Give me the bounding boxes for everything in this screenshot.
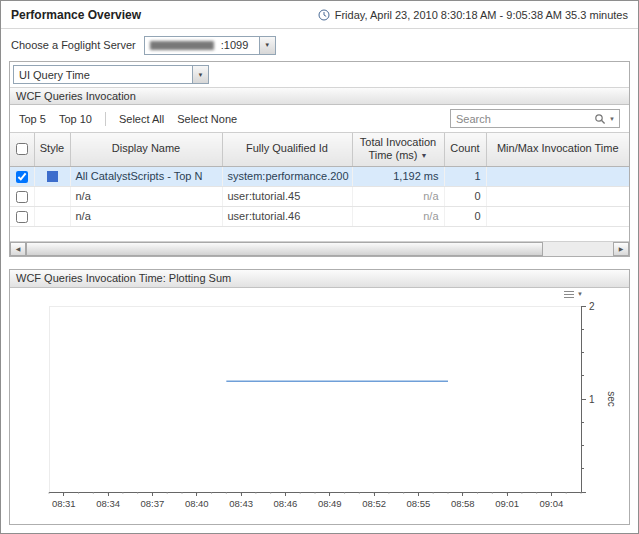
svg-text:08:40: 08:40 [185,498,209,509]
column-header-minmax[interactable]: Min/Max Invocation Time [486,133,629,166]
table-header-row: Style Display Name Fully Qualified Id To… [10,133,629,166]
cell-total-invocation-time: n/a [352,186,444,206]
svg-text:08:31: 08:31 [52,498,76,509]
header-checkbox-cell[interactable] [10,133,34,166]
cell-display-name: All CatalystScripts - Top N [70,166,222,186]
table-row[interactable]: n/a user:tutorial.45 n/a 0 [10,186,629,206]
sort-desc-icon: ▼ [421,152,428,159]
column-header-fqid[interactable]: Fully Qualified Id [222,133,352,166]
queries-toolbar: Top 5 Top 10 Select All Select None ▼ [10,105,629,133]
cell-minmax [486,186,629,206]
scrollbar-thumb[interactable] [26,242,543,256]
queries-panel-title: WCF Queries Invocation [16,90,136,102]
server-picker-combo[interactable]: :1099 ▼ [144,36,276,55]
top10-button[interactable]: Top 10 [59,113,92,125]
server-picker-label: Choose a Foglight Server [11,39,136,51]
cell-total-invocation-time: 1,192 ms [352,166,444,186]
metric-select-dropdown-button[interactable]: ▼ [192,66,208,83]
queries-table: Style Display Name Fully Qualified Id To… [10,133,629,227]
scrollbar-track[interactable] [26,242,613,256]
select-all-button[interactable]: Select All [119,113,164,125]
svg-text:08:37: 08:37 [141,498,165,509]
style-swatch [47,171,58,182]
cell-fqid: user:tutorial.45 [222,186,352,206]
column-header-total-invocation-time[interactable]: Total Invocation Time (ms) ▼ [352,133,444,166]
search-options-dropdown-icon[interactable]: ▼ [609,116,615,122]
top5-button[interactable]: Top 5 [19,113,46,125]
cell-minmax [486,166,629,186]
chart-options-button[interactable]: ▼ [564,291,583,298]
scroll-right-button[interactable]: ▶ [613,242,629,256]
search-input[interactable] [451,113,590,125]
svg-text:08:46: 08:46 [274,498,298,509]
table-row[interactable]: All CatalystScripts - Top N system:perfo… [10,166,629,186]
queries-panel-header: WCF Queries Invocation [10,87,629,105]
performance-overview-window: { "header": { "title": "Performance Over… [0,0,639,534]
cell-display-name: n/a [70,186,222,206]
svg-text:08:34: 08:34 [96,498,120,509]
time-range-label: Friday, April 23, 2010 8:30:18 AM - 9:05… [335,9,628,21]
row-checkbox[interactable] [16,191,28,203]
toolbar-divider [105,112,106,126]
chart-panel: WCF Queries Invocation Time: Plotting Su… [9,269,630,525]
svg-text:1: 1 [589,393,595,404]
chart-panel-title: WCF Queries Invocation Time: Plotting Su… [16,272,231,284]
svg-text:sec: sec [606,391,617,407]
queries-panel: UI Query Time ▼ WCF Queries Invocation T… [9,61,630,257]
svg-text:2: 2 [589,300,595,311]
page-title: Performance Overview [11,8,141,22]
queries-table-body: All CatalystScripts - Top N system:perfo… [10,166,629,226]
horizontal-scrollbar[interactable]: ◀ ▶ [10,241,629,256]
topbar: Performance Overview Friday, April 23, 2… [1,1,638,29]
svg-text:09:04: 09:04 [540,498,564,509]
svg-text:09:01: 09:01 [495,498,519,509]
table-row[interactable]: n/a user:tutorial.46 n/a 0 [10,206,629,226]
row-checkbox[interactable] [16,211,28,223]
cell-fqid: user:tutorial.46 [222,206,352,226]
cell-fqid: system:performance.200 [222,166,352,186]
chart-options-dropdown-icon: ▼ [577,291,583,297]
search-icon[interactable] [594,113,606,125]
metric-select-combo[interactable]: UI Query Time ▼ [13,65,209,84]
server-row: Choose a Foglight Server :1099 ▼ [1,29,638,61]
chart-panel-header: WCF Queries Invocation Time: Plotting Su… [10,270,629,288]
chart-svg: 12sec08:3108:3408:3708:4008:4308:4608:49… [11,290,630,522]
chart-options-icon [564,291,574,298]
chart-body: ▼ 12sec08:3108:3408:3708:4008:4308:4608:… [10,288,629,524]
server-port-label: :1099 [216,39,259,51]
cell-count: 0 [444,206,486,226]
cell-count: 1 [444,166,486,186]
svg-text:08:58: 08:58 [451,498,475,509]
select-none-button[interactable]: Select None [177,113,237,125]
server-picker-dropdown-button[interactable]: ▼ [259,37,275,54]
column-header-display-name[interactable]: Display Name [70,133,222,166]
cell-total-invocation-time: n/a [352,206,444,226]
cell-display-name: n/a [70,206,222,226]
column-header-count[interactable]: Count [444,133,486,166]
cell-count: 0 [444,186,486,206]
svg-text:08:43: 08:43 [229,498,253,509]
cell-minmax [486,206,629,226]
select-all-checkbox[interactable] [16,143,28,155]
metric-select-value: UI Query Time [14,69,192,81]
svg-text:08:52: 08:52 [362,498,386,509]
scroll-left-button[interactable]: ◀ [10,242,26,256]
svg-text:08:49: 08:49 [318,498,342,509]
clock-icon [318,9,330,21]
row-checkbox[interactable] [16,171,28,183]
metric-select-row: UI Query Time ▼ [10,62,629,87]
table-empty-area [10,227,629,241]
column-header-style[interactable]: Style [34,133,70,166]
server-name-redacted [150,41,214,50]
time-range-selector[interactable]: Friday, April 23, 2010 8:30:18 AM - 9:05… [318,9,628,21]
svg-text:08:55: 08:55 [407,498,431,509]
search-box: ▼ [450,109,620,128]
